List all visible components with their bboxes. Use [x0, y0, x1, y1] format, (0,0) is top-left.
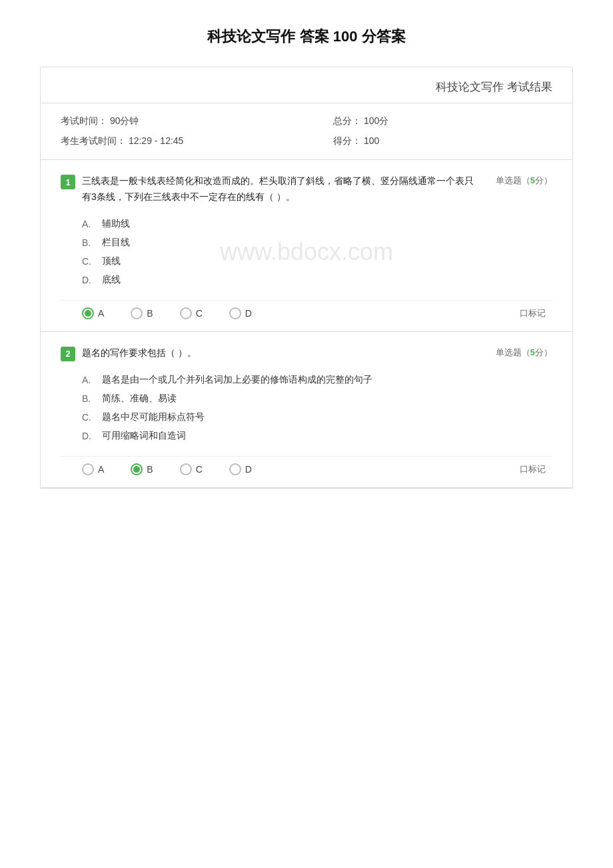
score-row: 得分： 100: [333, 131, 552, 151]
q1-radio-label-c: C: [196, 308, 203, 319]
q2-radio-a[interactable]: A: [82, 463, 104, 475]
q2-radio-b[interactable]: B: [131, 463, 153, 475]
q2-mark-button[interactable]: 口标记: [520, 463, 552, 475]
q1-radio-circle-c: [180, 307, 192, 319]
exam-meta-right: 总分： 100分 得分： 100: [280, 111, 552, 151]
score-label: 得分：: [333, 135, 361, 146]
total-score-row: 总分： 100分: [333, 111, 552, 131]
exam-meta-left: 考试时间： 90分钟 考生考试时间： 12:29 - 12:45: [61, 111, 280, 151]
exam-container: 科技论文写作 考试结果 考试时间： 90分钟 考生考试时间： 12:29 - 1…: [40, 67, 573, 489]
exam-duration-row: 考试时间： 90分钟: [61, 111, 280, 131]
question-2-options: A. 题名是由一个或几个并列名词加上必要的修饰语构成的完整的句子 B. 简练、准…: [82, 371, 552, 445]
question-1-answer-row: A B C D 口标记: [61, 300, 552, 325]
question-2-radio-group: A B C D: [82, 463, 520, 475]
q1-radio-label-a: A: [98, 308, 104, 319]
q1-radio-label-d: D: [245, 308, 252, 319]
exam-meta: 考试时间： 90分钟 考生考试时间： 12:29 - 12:45 总分： 100…: [41, 103, 572, 160]
question-1-block: 1 三线表是一般卡线表经简化和改造而成的。栏头取消了斜线，省略了横、竖分隔线通常…: [41, 160, 572, 332]
q2-radio-circle-a: [82, 463, 94, 475]
question-1-header: 1 三线表是一般卡线表经简化和改造而成的。栏头取消了斜线，省略了横、竖分隔线通常…: [61, 173, 552, 205]
total-score-label: 总分：: [333, 115, 361, 126]
q1-radio-a[interactable]: A: [82, 307, 104, 319]
question-1-number: 1: [61, 175, 75, 189]
duration-value: 90分钟: [110, 115, 139, 126]
q1-option-c: C. 顶线: [82, 252, 552, 271]
question-2-text: 题名的写作要求包括（ ）。: [82, 345, 482, 361]
q1-radio-b[interactable]: B: [131, 307, 153, 319]
q1-option-a: A. 辅助线: [82, 215, 552, 233]
question-1-type: 单选题（5分）: [496, 175, 552, 187]
score-value: 100: [364, 135, 379, 146]
q1-option-d: D. 底线: [82, 271, 552, 289]
question-2-header: 2 题名的写作要求包括（ ）。 单选题（5分）: [61, 345, 552, 361]
actual-time-label: 考生考试时间：: [61, 135, 126, 146]
actual-time-value: 12:29 - 12:45: [129, 135, 184, 146]
q2-radio-label-b: B: [147, 464, 153, 475]
page-title: 科技论文写作 答案 100 分答案: [40, 27, 573, 47]
q1-radio-circle-a: [82, 307, 94, 319]
question-2-number: 2: [61, 347, 75, 361]
q1-option-b: B. 栏目线: [82, 233, 552, 252]
q1-mark-button[interactable]: 口标记: [520, 307, 552, 319]
q2-radio-c[interactable]: C: [180, 463, 203, 475]
q2-radio-circle-b: [131, 463, 143, 475]
q2-option-c: C. 题名中尽可能用标点符号: [82, 408, 552, 427]
q2-radio-circle-c: [180, 463, 192, 475]
q2-option-d: D. 可用缩略词和自造词: [82, 427, 552, 445]
q1-radio-circle-b: [131, 307, 143, 319]
q2-radio-circle-d: [229, 463, 241, 475]
q1-radio-d[interactable]: D: [229, 307, 252, 319]
q1-radio-label-b: B: [147, 308, 153, 319]
exam-time-row: 考生考试时间： 12:29 - 12:45: [61, 131, 280, 151]
total-score-value: 100分: [364, 115, 388, 126]
duration-label: 考试时间：: [61, 115, 107, 126]
q1-radio-circle-d: [229, 307, 241, 319]
q2-option-a: A. 题名是由一个或几个并列名词加上必要的修饰语构成的完整的句子: [82, 371, 552, 389]
question-1-options: A. 辅助线 B. 栏目线 C. 顶线 D. 底线: [82, 215, 552, 289]
question-2-answer-row: A B C D 口标记: [61, 456, 552, 481]
q2-radio-d[interactable]: D: [229, 463, 252, 475]
question-1-text: 三线表是一般卡线表经简化和改造而成的。栏头取消了斜线，省略了横、竖分隔线通常一个…: [82, 173, 482, 205]
q2-radio-label-a: A: [98, 464, 104, 475]
q1-radio-c[interactable]: C: [180, 307, 203, 319]
question-2-type: 单选题（5分）: [496, 347, 552, 359]
q2-option-b: B. 简练、准确、易读: [82, 389, 552, 408]
question-2-block: 2 题名的写作要求包括（ ）。 单选题（5分） A. 题名是由一个或几个并列名词…: [41, 332, 572, 488]
q2-radio-label-c: C: [196, 464, 203, 475]
q2-radio-label-d: D: [245, 464, 252, 475]
question-1-radio-group: A B C D: [82, 307, 520, 319]
exam-header: 科技论文写作 考试结果: [41, 67, 572, 103]
question-1-options-wrap: A. 辅助线 B. 栏目线 C. 顶线 D. 底线 www.bdocx.com: [61, 215, 552, 289]
